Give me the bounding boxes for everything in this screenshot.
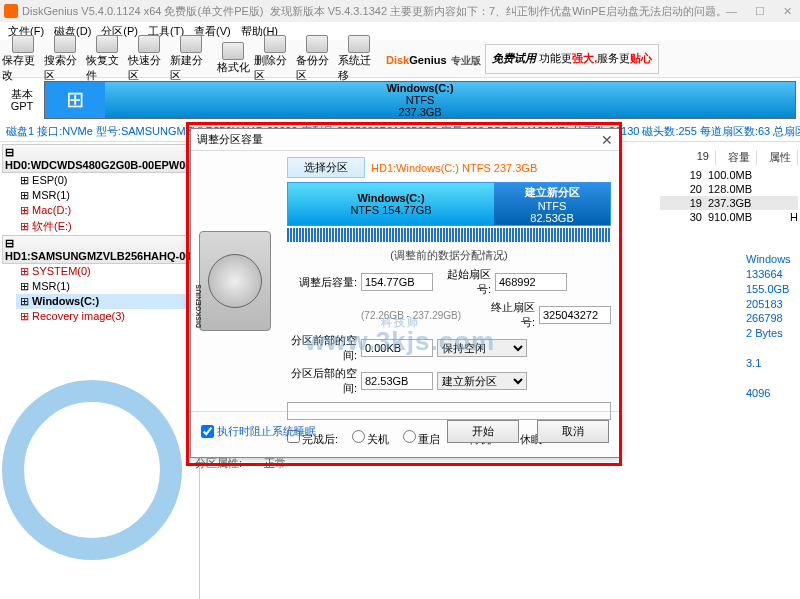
chk-prevent-sleep[interactable] [201, 425, 214, 438]
tb-recover[interactable]: 恢复文件 [86, 35, 128, 83]
part-props: Windows133664155.0GB 2051832667982 Bytes… [746, 252, 794, 400]
usage-wave [287, 228, 611, 242]
lbl-end-sector: 终止扇区号: [481, 300, 535, 330]
preview-hint: (调整前的数据分配情况) [287, 248, 611, 263]
tb-save[interactable]: 保存更改 [2, 35, 44, 83]
part-table-header: 19容量属性 [691, 150, 798, 165]
input-back-space[interactable] [361, 372, 433, 390]
size-range: (72.26GB - 237.29GB) [361, 310, 461, 321]
dialog-title: 调整分区容量 [197, 132, 263, 147]
update-tip: 发现新版本 V5.4.3.1342 主要更新内容如下：7、纠正制作优盘WinPE… [270, 5, 726, 17]
disk-tree[interactable]: ⊟ HD0:WDCWDS480G2G0B-00EPW0( ⊞ ESP(0) ⊞ … [0, 142, 200, 599]
dialog-close-icon[interactable]: ✕ [601, 132, 613, 148]
tree-msr1[interactable]: ⊞ MSR(1) [16, 279, 197, 294]
tree-disk0[interactable]: ⊟ HD0:WDCWDS480G2G0B-00EPW0( [2, 144, 197, 173]
close-icon[interactable]: ✕ [783, 5, 792, 18]
brand-logo: DiskGenius 专业版 [386, 50, 481, 68]
format-icon [222, 42, 244, 60]
radio-shutdown[interactable] [352, 430, 365, 443]
disk-map[interactable]: ⊞ Windows(C:)NTFS237.3GB [44, 81, 796, 119]
radio-reboot[interactable] [403, 430, 416, 443]
lbl-front-space: 分区前部的空间: [287, 333, 357, 363]
tb-format[interactable]: 格式化 [212, 42, 254, 75]
tb-migrate[interactable]: 系统迁移 [338, 35, 380, 83]
promo-banner: 免费试用 功能更强大, 服务更贴心 [485, 44, 659, 74]
tree-windowsc[interactable]: ⊞ Windows(C:) [16, 294, 197, 309]
tree-recovery[interactable]: ⊞ Recovery image(3) [16, 309, 197, 324]
input-front-space[interactable] [361, 339, 433, 357]
cancel-button[interactable]: 取消 [537, 420, 609, 443]
select-front-action[interactable]: 保持空闲 [437, 339, 527, 357]
preview-partition-keep[interactable]: Windows(C:)NTFS 154.77GB [288, 183, 494, 225]
select-back-action[interactable]: 建立新分区 [437, 372, 527, 390]
migrate-icon [348, 35, 370, 53]
input-start-sector[interactable] [495, 273, 567, 291]
input-end-sector[interactable] [539, 306, 611, 324]
preview-partition-new[interactable]: 建立新分区NTFS82.53GB [494, 183, 610, 225]
save-icon [12, 35, 34, 53]
tree-macd[interactable]: ⊞ Mac(D:) [16, 203, 197, 218]
resize-dialog: 调整分区容量 ✕ DISKGENIUS 选择分区 HD1:Windows(C:)… [190, 128, 620, 458]
search-icon [54, 35, 76, 53]
backup-icon [306, 35, 328, 53]
maximize-icon[interactable]: ☐ [755, 5, 765, 18]
input-after-size[interactable] [361, 273, 433, 291]
disk-type-label: 基本GPT [4, 88, 40, 112]
tb-backup[interactable]: 备份分区 [296, 35, 338, 83]
tb-search[interactable]: 搜索分区 [44, 35, 86, 83]
tree-system[interactable]: ⊞ SYSTEM(0) [16, 264, 197, 279]
windows-flag-icon: ⊞ [45, 82, 105, 118]
quick-icon [138, 35, 160, 53]
window-title: DiskGenius V5.4.0.1124 x64 免费版(单文件PE版) [22, 5, 263, 17]
minimize-icon[interactable]: — [726, 5, 737, 18]
part-table[interactable]: 19100.0MB 20128.0MB 19237.3GB 30910.0MBH [660, 168, 798, 224]
new-icon [180, 35, 202, 53]
tb-delete[interactable]: 删除分区 [254, 35, 296, 83]
progress-bar [287, 402, 611, 420]
recover-icon [96, 35, 118, 53]
lbl-start-sector: 起始扇区号: [437, 267, 491, 297]
tree-disk1[interactable]: ⊟ HD1:SAMSUNGMZVLB256HAHQ-00 [2, 235, 197, 264]
app-icon [4, 4, 18, 18]
partition-preview-bar[interactable]: Windows(C:)NTFS 154.77GB 建立新分区NTFS82.53G… [287, 182, 611, 226]
tb-quick[interactable]: 快速分区 [128, 35, 170, 83]
selected-partition-path: HD1:Windows(C:) NTFS 237.3GB [371, 162, 537, 174]
select-partition-button[interactable]: 选择分区 [287, 157, 365, 178]
lbl-after-size: 调整后容量: [287, 275, 357, 290]
tree-soft[interactable]: ⊞ 软件(E:) [16, 218, 197, 235]
start-button[interactable]: 开始 [447, 420, 519, 443]
tree-esp[interactable]: ⊞ ESP(0) [16, 173, 197, 188]
tb-new[interactable]: 新建分区 [170, 35, 212, 83]
hdd-illustration: DISKGENIUS [199, 231, 271, 331]
tree-msr0[interactable]: ⊞ MSR(1) [16, 188, 197, 203]
delete-icon [264, 35, 286, 53]
lbl-back-space: 分区后部的空间: [287, 366, 357, 396]
